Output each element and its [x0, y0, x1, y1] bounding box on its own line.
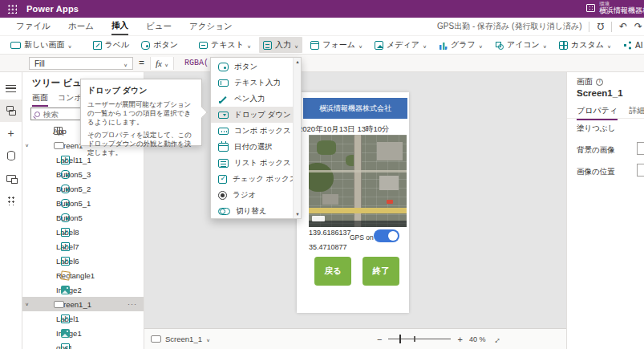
formula-bar: Fill = fx RGBA( — [0, 55, 644, 72]
insert-toolbar: 新しい画面 ラベル ボタン テキスト 入力 フォーム メディア グラフ アイコン… — [0, 36, 644, 55]
tree-item-label7[interactable]: Label7 — [22, 239, 144, 254]
ai-builder-menu-button[interactable]: AI Builder — [619, 39, 644, 52]
text-menu-button[interactable]: テキスト — [195, 37, 255, 53]
listbox-icon — [218, 159, 229, 168]
media-icon — [375, 41, 383, 50]
screen-selector[interactable]: Screen1_1 — [151, 329, 210, 349]
collapse-rail-button[interactable] — [0, 77, 22, 99]
screen-icon — [54, 142, 64, 149]
tree-item-image2[interactable]: Image2 — [22, 282, 144, 297]
label-icon — [61, 257, 70, 266]
equals-sign: = — [139, 57, 144, 68]
property-selector[interactable]: Fill — [29, 57, 133, 70]
tab-screens[interactable]: 画面 — [32, 92, 48, 107]
info-icon[interactable] — [596, 79, 603, 86]
menu-item-combobox[interactable]: コンボ ボックス — [211, 123, 293, 139]
map-road — [354, 135, 362, 227]
advanced-tools-rail-button[interactable] — [0, 189, 22, 212]
scroll-down-icon[interactable]: ▼ — [294, 212, 302, 217]
custom-menu-button[interactable]: カスタム — [555, 37, 615, 53]
app-checker-icon[interactable] — [597, 22, 603, 31]
waffle-menu-icon[interactable] — [7, 4, 17, 14]
menu-item-checkbox[interactable]: チェック ボックス — [211, 171, 293, 187]
menu-item-pen-input[interactable]: ペン入力 — [211, 91, 293, 107]
tree-item-button5-3[interactable]: Button5_3 — [22, 167, 144, 181]
rectangle-icon — [60, 270, 70, 280]
zoom-out-button[interactable]: − — [377, 335, 382, 344]
map-marker — [387, 200, 393, 204]
tree-view-rail-button[interactable] — [0, 99, 22, 122]
tree-item-button5[interactable]: Button5 — [22, 210, 144, 225]
formula-input[interactable]: RGBA( — [184, 59, 209, 67]
tree-item-screen1-1[interactable]: Screen1_1··· — [22, 297, 144, 311]
toggle-icon — [218, 208, 230, 215]
menu-file[interactable]: ファイル — [16, 18, 51, 34]
fit-to-window-icon[interactable]: ↔ — [490, 332, 503, 345]
chevron-down-icon — [67, 41, 71, 50]
app-icon — [54, 127, 63, 135]
insert-rail-button[interactable] — [0, 122, 22, 144]
menu-item-dropdown[interactable]: ドロップ ダウン — [211, 107, 293, 123]
tree-item-gps1[interactable]: gps1 — [22, 340, 144, 349]
menu-item-listbox[interactable]: リスト ボックス — [211, 155, 293, 171]
chevron-down-icon[interactable] — [25, 301, 29, 307]
data-rail-button[interactable] — [0, 144, 22, 167]
redo-icon[interactable] — [634, 22, 642, 31]
tree-item-image1[interactable]: Image1 — [22, 326, 144, 340]
map-building — [379, 176, 399, 190]
menu-home[interactable]: ホーム — [68, 18, 94, 34]
fx-button[interactable]: fx — [150, 57, 174, 70]
more-options-icon[interactable]: ··· — [128, 300, 137, 308]
divider — [589, 22, 589, 32]
advanced-tools-icon — [7, 196, 15, 205]
menu-insert[interactable]: 挿入 — [111, 18, 128, 35]
tree-item-button5-1[interactable]: Button5_1 — [22, 196, 144, 210]
map-building — [322, 194, 338, 205]
menu-item-date-picker[interactable]: 日付の選択 — [211, 139, 293, 155]
icons-icon — [495, 41, 504, 50]
menu-scrollbar[interactable]: ▲ ▼ — [293, 58, 301, 218]
finish-button[interactable]: 終了 — [363, 257, 399, 286]
undo-icon[interactable] — [619, 22, 627, 31]
menu-view[interactable]: ビュー — [146, 18, 172, 34]
new-screen-button[interactable]: 新しい画面 — [6, 37, 76, 53]
zoom-slider-tick — [414, 336, 415, 342]
chart-menu-button[interactable]: グラフ — [435, 37, 487, 53]
chevron-down-icon — [164, 59, 168, 68]
media-rail-button[interactable] — [0, 167, 22, 189]
scroll-up-icon[interactable]: ▲ — [294, 59, 302, 64]
longitude-value: 139.6186137 — [309, 229, 351, 237]
button-button[interactable]: ボタン — [137, 37, 182, 53]
screen-icon — [151, 335, 161, 343]
menu-item-text-input[interactable]: テキスト入力 — [211, 75, 293, 91]
label-button[interactable]: ラベル — [89, 37, 134, 53]
menu-item-button[interactable]: ボタン — [211, 59, 293, 75]
tree-item-label6[interactable]: Label6 — [22, 254, 144, 268]
zoom-slider[interactable] — [388, 339, 451, 340]
tree-item-label8[interactable]: Label8 — [22, 225, 144, 239]
image-position-field[interactable] — [637, 164, 644, 177]
canvas: 横浜情報機器株式会社 2020年10月13日 13時10分 139.618613… — [144, 72, 566, 349]
input-menu-button[interactable]: 入力 — [259, 37, 302, 53]
database-icon — [7, 151, 15, 160]
label-icon — [61, 156, 70, 164]
environment-picker[interactable]: 環境 横浜情報機器株式会社 — [586, 1, 644, 14]
menu-item-toggle[interactable]: 切り替え — [211, 203, 293, 219]
icons-menu-button[interactable]: アイコン — [491, 37, 551, 53]
back-button[interactable]: 戻る — [314, 257, 351, 286]
gps-toggle[interactable] — [374, 229, 399, 242]
background-image-field[interactable] — [637, 142, 644, 155]
form-menu-button[interactable]: フォーム — [306, 37, 367, 53]
app-preview[interactable]: 横浜情報機器株式会社 2020年10月13日 13時10分 139.618613… — [297, 92, 409, 313]
tree-item-rectangle1[interactable]: Rectangle1 — [22, 268, 144, 282]
menubar: ファイル ホーム 挿入 ビュー アクション GPS出勤 - 保存済み (発行取り… — [0, 18, 644, 36]
tree-item-button5-2[interactable]: Button5_2 — [22, 181, 144, 196]
media-menu-button[interactable]: メディア — [371, 37, 431, 53]
zoom-slider-handle[interactable] — [399, 335, 401, 343]
map-image — [309, 135, 407, 227]
zoom-in-button[interactable]: + — [457, 335, 462, 344]
menu-action[interactable]: アクション — [189, 18, 233, 34]
chevron-down-icon[interactable] — [25, 142, 29, 148]
menu-item-radio[interactable]: ラジオ — [211, 187, 293, 203]
tree-item-label1[interactable]: Label1 — [22, 311, 144, 326]
